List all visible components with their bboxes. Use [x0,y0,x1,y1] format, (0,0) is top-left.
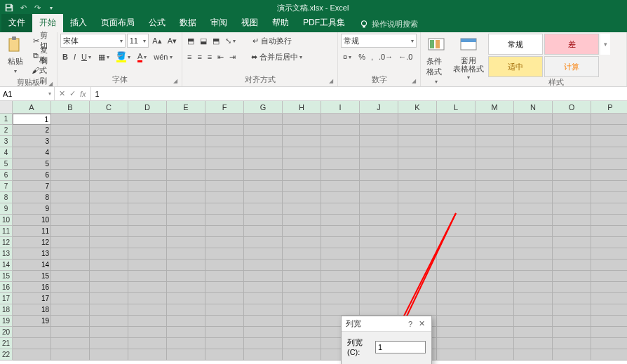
cell[interactable] [553,304,591,316]
cell[interactable] [360,125,398,136]
cell[interactable] [283,248,321,259]
cell[interactable] [553,293,591,304]
cell[interactable] [553,316,591,327]
cell[interactable] [321,237,360,248]
cell[interactable] [244,170,283,181]
cell[interactable] [398,181,437,192]
tab-insert[interactable]: 插入 [63,14,94,32]
dialog-close-icon[interactable]: ✕ [416,319,427,328]
cell-styles-gallery[interactable]: 常规 差 ▾ 适中 计算 [488,34,623,77]
cell[interactable] [51,237,90,248]
cell[interactable] [128,349,167,360]
cell[interactable] [437,170,476,181]
fx-icon[interactable]: fx [80,90,86,98]
cell[interactable] [476,114,514,125]
cell[interactable] [90,304,128,316]
cell[interactable]: 18 [13,304,51,316]
cell[interactable] [90,349,128,360]
cell[interactable] [205,327,244,338]
tab-help[interactable]: 帮助 [265,14,296,32]
increase-indent-button[interactable]: ⇥ [227,50,238,64]
cell[interactable] [591,316,627,327]
chevron-down-icon[interactable]: ▾ [13,68,18,74]
conditional-format-button[interactable]: 条件格式▾ [424,34,449,86]
column-header[interactable]: J [360,101,398,114]
cell[interactable] [283,327,321,338]
cell[interactable] [360,181,398,192]
cell[interactable] [283,181,321,192]
cell[interactable] [167,125,205,136]
name-box[interactable]: A1▾ [0,87,55,101]
decrease-decimal-button[interactable]: ←.0 [396,50,414,64]
border-button[interactable]: ▦▾ [96,50,113,64]
cell[interactable] [514,147,553,159]
cell[interactable] [514,125,553,136]
row-header[interactable]: 7 [0,181,13,192]
cell[interactable] [90,293,128,304]
cell[interactable] [244,259,283,271]
cell[interactable] [283,203,321,215]
cell[interactable] [283,159,321,170]
cell[interactable] [128,192,167,203]
cell[interactable] [205,114,244,125]
cell[interactable] [476,215,514,226]
cell[interactable] [553,192,591,203]
cell[interactable] [360,192,398,203]
cell[interactable] [591,170,627,181]
cell[interactable] [437,304,476,316]
cell[interactable] [437,125,476,136]
cell[interactable] [167,248,205,259]
cell[interactable] [90,136,128,147]
cell[interactable]: 15 [13,271,51,282]
row-header[interactable]: 16 [0,282,13,293]
cell[interactable] [51,125,90,136]
cell[interactable] [437,271,476,282]
row-header[interactable]: 11 [0,226,13,237]
cell[interactable] [205,215,244,226]
cell[interactable] [476,282,514,293]
cell[interactable] [283,226,321,237]
cell[interactable] [167,338,205,349]
tab-formulas[interactable]: 公式 [142,14,173,32]
style-bad[interactable]: 差 [544,34,599,55]
cell[interactable] [321,215,360,226]
column-header[interactable]: B [51,101,90,114]
cell[interactable] [437,259,476,271]
column-header[interactable]: F [205,101,244,114]
cell[interactable] [90,259,128,271]
decrease-indent-button[interactable]: ⇤ [215,50,226,64]
row-header[interactable]: 8 [0,192,13,203]
row-header[interactable]: 12 [0,237,13,248]
cell[interactable] [128,125,167,136]
cell[interactable] [591,226,627,237]
cell[interactable] [553,338,591,349]
align-bottom-button[interactable]: ⬒ [210,34,222,48]
dialog-launcher-icon[interactable]: ◢ [47,81,54,88]
cell[interactable] [205,338,244,349]
confirm-formula-icon[interactable]: ✓ [69,89,76,98]
row-header[interactable]: 10 [0,215,13,226]
cell[interactable] [476,316,514,327]
cell[interactable]: 2 [13,125,51,136]
chevron-down-icon[interactable]: ▾ [347,54,353,60]
cell[interactable] [167,237,205,248]
column-header[interactable]: H [283,101,321,114]
cell[interactable] [591,349,627,360]
cell[interactable] [553,114,591,125]
cell[interactable] [205,304,244,316]
cell[interactable] [283,293,321,304]
cell[interactable] [167,304,205,316]
accounting-format-button[interactable]: ¤▾ [341,50,355,64]
row-header[interactable]: 5 [0,159,13,170]
cell[interactable] [321,248,360,259]
cell[interactable] [591,147,627,159]
cell[interactable] [360,159,398,170]
cell[interactable] [514,181,553,192]
row-header[interactable]: 21 [0,338,13,349]
cell[interactable] [244,338,283,349]
cell[interactable] [205,293,244,304]
increase-decimal-button[interactable]: .0→ [377,50,395,64]
cell[interactable] [244,226,283,237]
cell[interactable] [476,226,514,237]
orientation-button[interactable]: ⤡▾ [223,34,239,48]
